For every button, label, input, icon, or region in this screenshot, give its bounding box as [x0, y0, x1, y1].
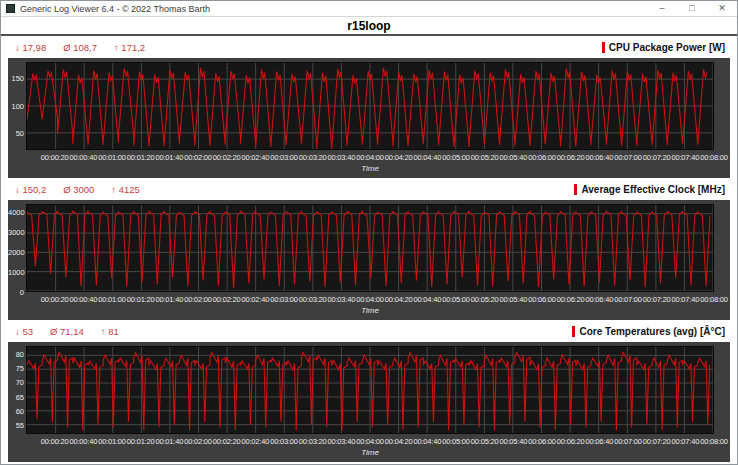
y-tick-label: 150 [8, 74, 24, 83]
app-icon [6, 4, 15, 13]
x-tick-label: 00:05:00 [442, 295, 470, 304]
x-tick-label: 00:03:40 [328, 295, 356, 304]
y-tick-label: 65 [8, 393, 24, 402]
x-tick-label: 00:03:00 [270, 437, 298, 446]
y-tick-label: 70 [8, 378, 24, 387]
core-temps-stats-band: ↓ 53 Ø 71,14 ↑ 81 Core Temperatures (avg… [1, 320, 737, 342]
core-temps-chart: 00:00:2000:00:4000:01:0000:01:2000:01:40… [8, 342, 730, 462]
x-tick-label: 00:04:40 [414, 153, 442, 162]
x-tick-label: 00:02:20 [213, 295, 241, 304]
x-tick-label: 00:05:40 [500, 295, 528, 304]
x-tick-label: 00:04:00 [356, 153, 384, 162]
x-tick-label: 00:03:20 [299, 153, 327, 162]
x-tick-label: 00:06:20 [557, 437, 585, 446]
y-tick-label: 60 [8, 407, 24, 416]
cpu-power-stats-band: ↓ 17,98 Ø 108,7 ↑ 171,2 CPU Package Powe… [1, 36, 737, 58]
x-tick-label: 00:00:20 [41, 437, 69, 446]
cpu-power-plot-area[interactable] [26, 62, 714, 150]
stat-min: ↓ 150,2 [15, 184, 46, 195]
x-tick-label: 00:07:20 [643, 437, 671, 446]
x-axis-title: Time [26, 164, 714, 173]
x-tick-label: 00:02:40 [242, 153, 270, 162]
y-tick-label: 75 [8, 364, 24, 373]
window-controls: – □ ✕ [647, 1, 737, 16]
maximize-button[interactable]: □ [677, 1, 707, 16]
x-tick-label: 00:01:40 [156, 295, 184, 304]
x-tick-label: 00:07:20 [643, 153, 671, 162]
series-color-bar-icon [602, 42, 605, 53]
core-temps-section: ↓ 53 Ø 71,14 ↑ 81 Core Temperatures (avg… [1, 320, 737, 462]
core-temps-plot-area[interactable] [26, 346, 714, 434]
cpu-power-x-axis: 00:00:2000:00:4000:01:0000:01:2000:01:40… [26, 153, 714, 163]
stat-avg: Ø 3000 [63, 184, 94, 195]
x-tick-label: 00:01:00 [98, 295, 126, 304]
x-tick-label: 00:05:40 [500, 437, 528, 446]
x-tick-label: 00:03:40 [328, 153, 356, 162]
y-tick-label: 2000 [8, 248, 24, 257]
y-tick-label: 50 [8, 129, 24, 138]
x-tick-label: 00:06:00 [528, 153, 556, 162]
x-tick-label: 00:00:40 [70, 295, 98, 304]
x-tick-label: 00:03:00 [270, 295, 298, 304]
x-tick-label: 00:03:20 [299, 295, 327, 304]
effective-clock-chart-label: Average Effective Clock [MHz] [574, 184, 725, 195]
cpu-power-stats: ↓ 17,98 Ø 108,7 ↑ 171,2 [15, 42, 145, 53]
x-tick-label: 00:02:00 [184, 295, 212, 304]
series-color-bar-icon [572, 326, 575, 337]
x-tick-label: 00:00:40 [70, 153, 98, 162]
effective-clock-x-axis: 00:00:2000:00:4000:01:0000:01:2000:01:40… [26, 295, 714, 305]
x-tick-label: 00:02:40 [242, 437, 270, 446]
x-tick-label: 00:07:00 [614, 153, 642, 162]
effective-clock-stats: ↓ 150,2 Ø 3000 ↑ 4125 [15, 184, 140, 195]
x-tick-label: 00:06:20 [557, 295, 585, 304]
x-tick-label: 00:04:40 [414, 437, 442, 446]
chart-label-text: Core Temperatures (avg) [Â°C] [579, 326, 725, 337]
x-tick-label: 00:05:20 [471, 437, 499, 446]
x-tick-label: 00:01:20 [127, 437, 155, 446]
stat-min: ↓ 53 [15, 326, 33, 337]
x-tick-label: 00:06:00 [528, 295, 556, 304]
titlebar: Generic Log Viewer 6.4 - © 2022 Thomas B… [1, 1, 737, 17]
x-tick-label: 00:02:40 [242, 295, 270, 304]
x-tick-label: 00:07:00 [614, 437, 642, 446]
x-tick-label: 00:08:00 [700, 153, 728, 162]
y-tick-label: 80 [8, 350, 24, 359]
minimize-button[interactable]: – [647, 1, 677, 16]
x-tick-label: 00:08:00 [700, 295, 728, 304]
x-tick-label: 00:00:20 [41, 295, 69, 304]
x-tick-label: 00:03:20 [299, 437, 327, 446]
x-tick-label: 00:04:20 [385, 295, 413, 304]
effective-clock-chart: 00:00:2000:00:4000:01:0000:01:2000:01:40… [8, 200, 730, 320]
cpu-power-section: ↓ 17,98 Ø 108,7 ↑ 171,2 CPU Package Powe… [1, 36, 737, 178]
x-tick-label: 00:07:20 [643, 295, 671, 304]
stat-min: ↓ 17,98 [15, 42, 46, 53]
x-tick-label: 00:02:00 [184, 153, 212, 162]
y-tick-label: 3000 [8, 228, 24, 237]
x-tick-label: 00:02:00 [184, 437, 212, 446]
page-title: r15loop [1, 17, 737, 36]
x-tick-label: 00:04:00 [356, 437, 384, 446]
x-tick-label: 00:05:40 [500, 153, 528, 162]
chart-label-text: Average Effective Clock [MHz] [581, 184, 725, 195]
effective-clock-stats-band: ↓ 150,2 Ø 3000 ↑ 4125 Average Effective … [1, 178, 737, 200]
cpu-power-chart-label: CPU Package Power [W] [602, 42, 725, 53]
cpu-power-line-chart [27, 63, 713, 149]
close-button[interactable]: ✕ [707, 1, 737, 16]
x-tick-label: 00:01:20 [127, 295, 155, 304]
y-tick-label: 0 [8, 288, 24, 297]
stat-max: ↑ 4125 [111, 184, 140, 195]
x-tick-label: 00:05:20 [471, 153, 499, 162]
x-tick-label: 00:01:00 [98, 153, 126, 162]
x-tick-label: 00:00:40 [70, 437, 98, 446]
core-temps-chart-label: Core Temperatures (avg) [Â°C] [572, 326, 725, 337]
y-tick-label: 1000 [8, 268, 24, 277]
x-tick-label: 00:03:00 [270, 153, 298, 162]
x-tick-label: 00:07:40 [672, 437, 700, 446]
x-tick-label: 00:00:20 [41, 153, 69, 162]
core-temps-stats: ↓ 53 Ø 71,14 ↑ 81 [15, 326, 119, 337]
x-tick-label: 00:02:20 [213, 153, 241, 162]
y-tick-label: 4000 [8, 208, 24, 217]
x-axis-title: Time [26, 306, 714, 315]
effective-clock-plot-area[interactable] [26, 204, 714, 292]
x-tick-label: 00:08:00 [700, 437, 728, 446]
